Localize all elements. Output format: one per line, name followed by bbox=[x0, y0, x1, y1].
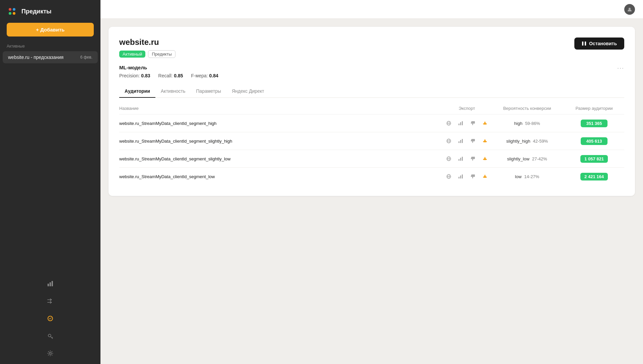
row-4-size: 2 421 164 bbox=[564, 173, 624, 180]
topbar bbox=[100, 0, 643, 19]
globe-icon[interactable] bbox=[444, 172, 453, 181]
precision-label: Precision: bbox=[119, 73, 140, 78]
tab-audiences[interactable]: Аудитории bbox=[119, 85, 155, 98]
hat-icon[interactable] bbox=[480, 136, 490, 146]
svg-marker-39 bbox=[484, 157, 486, 159]
row-3-probability: slightly_low 27-42% bbox=[490, 156, 564, 161]
svg-marker-21 bbox=[484, 121, 486, 124]
svg-rect-16 bbox=[458, 124, 459, 125]
content-area: website.ru Активный Предикты Остановить bbox=[100, 19, 643, 364]
thumb-down-icon[interactable] bbox=[468, 154, 478, 163]
predict-icon[interactable] bbox=[44, 312, 57, 325]
svg-rect-4 bbox=[48, 284, 49, 286]
row-2-name: website.ru_StreamMyData_clientId_segment… bbox=[119, 139, 443, 144]
svg-rect-26 bbox=[460, 140, 461, 143]
bars-icon[interactable] bbox=[456, 172, 466, 181]
ml-title: ML-модель bbox=[119, 65, 218, 70]
thumb-down-icon[interactable] bbox=[468, 119, 478, 128]
row-4-prob-label: low bbox=[515, 174, 522, 179]
bars-icon[interactable] bbox=[456, 154, 466, 163]
thumb-down-icon[interactable] bbox=[468, 136, 478, 146]
recall-metric: Recall: 0.85 bbox=[158, 73, 183, 78]
thumb-down-icon[interactable] bbox=[468, 172, 478, 181]
svg-rect-5 bbox=[50, 282, 51, 286]
card-title: website.ru bbox=[119, 38, 175, 47]
sidebar: Предикты + Добавить Активные website.ru … bbox=[0, 0, 100, 364]
row-3-name: website.ru_StreamMyData_clientId_segment… bbox=[119, 156, 443, 161]
card-title-section: website.ru Активный Предикты bbox=[119, 38, 175, 58]
hat-icon[interactable] bbox=[480, 172, 490, 181]
ml-header: ML-модель Precision: 0.83 Recall: 0.85 bbox=[119, 65, 624, 78]
svg-rect-35 bbox=[460, 158, 461, 161]
svg-rect-11 bbox=[582, 42, 583, 46]
hat-icon[interactable] bbox=[480, 119, 490, 128]
svg-rect-25 bbox=[458, 141, 459, 143]
sidebar-item-label: website.ru - предсказания bbox=[8, 55, 64, 60]
add-button[interactable]: + Добавить bbox=[7, 23, 94, 37]
card-badges: Активный Предикты bbox=[119, 50, 175, 58]
recall-value: 0.85 bbox=[174, 73, 183, 78]
svg-rect-37 bbox=[474, 157, 475, 159]
globe-icon[interactable] bbox=[444, 119, 453, 128]
row-2-size-badge: 405 613 bbox=[581, 137, 608, 145]
table-row: website.ru_StreamMyData_clientId_segment… bbox=[119, 168, 624, 185]
tab-activity[interactable]: Активность bbox=[155, 85, 191, 98]
section-label: Активные bbox=[0, 42, 100, 51]
svg-rect-27 bbox=[462, 139, 463, 143]
globe-icon[interactable] bbox=[444, 154, 453, 163]
main-card: website.ru Активный Предикты Остановить bbox=[109, 27, 635, 196]
bars-icon[interactable] bbox=[456, 119, 466, 128]
svg-rect-44 bbox=[460, 175, 461, 178]
chart-icon[interactable] bbox=[44, 277, 57, 290]
app-title: Предикты bbox=[21, 8, 52, 15]
svg-point-1 bbox=[13, 8, 15, 11]
sidebar-header: Предикты bbox=[0, 0, 100, 23]
settings-icon[interactable] bbox=[44, 347, 57, 360]
col-name: Название bbox=[119, 106, 443, 111]
row-4-size-badge: 2 421 164 bbox=[580, 173, 608, 180]
ml-metrics: Precision: 0.83 Recall: 0.85 F-мера: 0.8… bbox=[119, 73, 218, 78]
stop-button-label: Остановить bbox=[589, 41, 617, 46]
key-icon[interactable] bbox=[44, 329, 57, 343]
row-4-probability: low 14-27% bbox=[490, 174, 564, 179]
svg-point-2 bbox=[9, 12, 11, 15]
stop-button[interactable]: Остановить bbox=[574, 38, 624, 50]
row-2-probability: slightly_high 42-59% bbox=[490, 139, 564, 144]
ml-more-button[interactable]: ··· bbox=[617, 65, 624, 72]
svg-rect-43 bbox=[458, 177, 459, 178]
user-avatar[interactable] bbox=[624, 4, 635, 15]
row-3-export bbox=[443, 154, 490, 163]
tab-yandex-direct[interactable]: Яндекс Директ bbox=[226, 85, 270, 98]
sidebar-item-date: 6 фев. bbox=[80, 55, 92, 60]
sidebar-bottom-icons bbox=[0, 273, 100, 364]
svg-rect-18 bbox=[462, 121, 463, 125]
row-1-export bbox=[443, 119, 490, 128]
fmera-value: 0.84 bbox=[209, 73, 218, 78]
row-1-probability: high 59-86% bbox=[490, 121, 564, 126]
ml-section: ML-модель Precision: 0.83 Recall: 0.85 bbox=[119, 65, 624, 78]
sidebar-item-website[interactable]: website.ru - предсказания 6 фев. bbox=[3, 51, 98, 63]
pause-icon bbox=[582, 41, 586, 46]
hat-icon[interactable] bbox=[480, 154, 490, 163]
row-3-size: 1 057 821 bbox=[564, 155, 624, 163]
row-3-prob-label: slightly_low bbox=[507, 156, 529, 161]
row-4-prob-range: 14-27% bbox=[524, 174, 539, 179]
shuffle-icon[interactable] bbox=[44, 294, 57, 308]
tab-parameters[interactable]: Параметры bbox=[191, 85, 227, 98]
globe-icon[interactable] bbox=[444, 136, 453, 146]
col-size: Размер аудитории bbox=[564, 106, 624, 111]
fmera-label: F-мера: bbox=[191, 73, 208, 78]
table-row: website.ru_StreamMyData_clientId_segment… bbox=[119, 150, 624, 168]
bars-icon[interactable] bbox=[456, 136, 466, 146]
row-4-name: website.ru_StreamMyData_clientId_segment… bbox=[119, 174, 443, 179]
row-1-name: website.ru_StreamMyData_clientId_segment… bbox=[119, 121, 443, 126]
svg-rect-12 bbox=[585, 42, 586, 46]
svg-rect-36 bbox=[462, 157, 463, 161]
precision-metric: Precision: 0.83 bbox=[119, 73, 150, 78]
svg-marker-48 bbox=[484, 174, 486, 177]
svg-rect-28 bbox=[474, 139, 475, 141]
logo-icon bbox=[7, 6, 17, 17]
badge-predicts: Предикты bbox=[148, 50, 175, 58]
precision-value: 0.83 bbox=[141, 73, 150, 78]
svg-marker-30 bbox=[484, 139, 486, 142]
